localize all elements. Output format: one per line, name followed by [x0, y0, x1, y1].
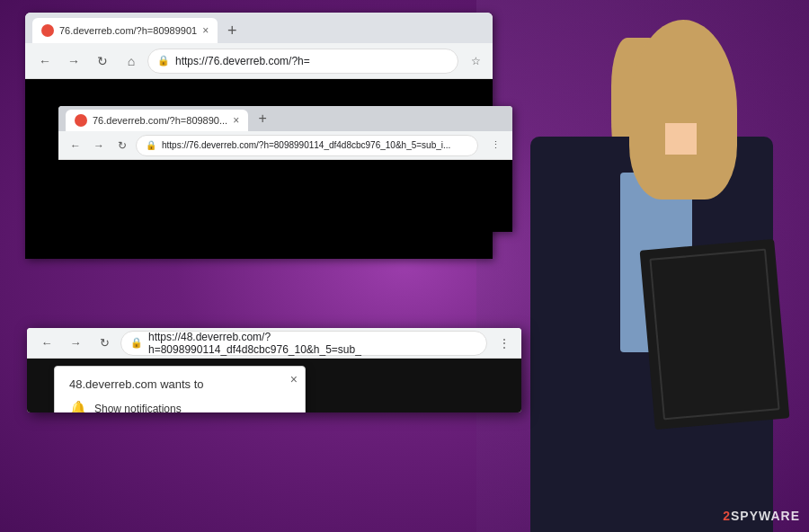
- watermark-number: 2: [723, 509, 731, 523]
- browser-tabs-bar-1: 76.deverreb.com/?h=80989901 × +: [25, 13, 493, 43]
- refresh-button-1[interactable]: ↻: [90, 49, 115, 74]
- address-text-3: https://48.deverreb.com/?h=8098990114_df…: [148, 331, 477, 356]
- tab-new-btn-1[interactable]: +: [219, 18, 244, 43]
- browser-tabs-bar-2: 76.deverreb.com/?h=809890... × +: [58, 106, 512, 131]
- address-bar-1[interactable]: 🔒 https://76.deverreb.com/?h=: [147, 49, 458, 74]
- menu-icon-2[interactable]: ⋮: [485, 136, 505, 155]
- refresh-button-3[interactable]: ↻: [92, 331, 117, 356]
- bell-icon: 🔔: [69, 400, 87, 412]
- woman-photo-area: [476, 0, 809, 532]
- dialog-notification-row: 🔔 Show notifications: [69, 400, 290, 412]
- forward-button-3[interactable]: →: [63, 331, 88, 356]
- browser-window-2: 76.deverreb.com/?h=809890... × + ← → ↻ 🔒…: [58, 106, 512, 232]
- figure-hair: [629, 20, 737, 200]
- favicon-1: [41, 24, 54, 37]
- browser-toolbar-1: ← → ↻ ⌂ 🔒 https://76.deverreb.com/?h= ☆: [25, 43, 493, 79]
- browser-window-3: ← → ↻ 🔒 https://48.deverreb.com/?h=80989…: [27, 328, 521, 412]
- figure-body: [503, 20, 800, 532]
- toolbar-icons-1: ☆: [466, 51, 485, 71]
- toolbar-icons-2: ⋮: [485, 136, 505, 155]
- address-bar-2[interactable]: 🔒 https://76.deverreb.com/?h=8098990114_…: [136, 135, 478, 156]
- home-button-1[interactable]: ⌂: [119, 49, 144, 74]
- video-area-partial: [58, 160, 512, 232]
- tab-close-1[interactable]: ×: [202, 24, 209, 37]
- browser-tab-2[interactable]: 76.deverreb.com/?h=809890... ×: [66, 110, 248, 131]
- forward-button-1[interactable]: →: [61, 49, 86, 74]
- bookmark-icon-1[interactable]: ☆: [466, 51, 485, 71]
- back-button-3[interactable]: ←: [34, 331, 59, 356]
- toolbar-icons-3: ⋮: [494, 333, 514, 353]
- notification-dialog: × 48.deverreb.com wants to 🔔 Show notifi…: [54, 366, 306, 412]
- address-text-1: https://76.deverreb.com/?h=: [175, 55, 310, 67]
- browser-toolbar-3: ← → ↻ 🔒 https://48.deverreb.com/?h=80989…: [27, 328, 521, 359]
- back-button-2[interactable]: ←: [66, 136, 85, 155]
- dialog-notification-text: Show notifications: [94, 403, 182, 413]
- tab-new-btn-2[interactable]: +: [250, 106, 275, 131]
- figure-neck: [665, 123, 697, 155]
- forward-button-2[interactable]: →: [89, 136, 109, 155]
- lock-icon-1: 🔒: [157, 55, 170, 66]
- lock-icon-3: 🔒: [130, 337, 143, 349]
- menu-icon-3[interactable]: ⋮: [494, 333, 514, 353]
- lock-icon-2: 🔒: [146, 140, 156, 150]
- address-text-2: https://76.deverreb.com/?h=8098990114_df…: [162, 140, 450, 150]
- address-bar-3[interactable]: 🔒 https://48.deverreb.com/?h=8098990114_…: [120, 331, 487, 356]
- watermark-text: SPYWARE: [731, 509, 800, 523]
- favicon-2: [75, 114, 87, 127]
- dialog-close-button[interactable]: ×: [290, 372, 298, 386]
- tab-close-2[interactable]: ×: [233, 114, 239, 127]
- refresh-button-2[interactable]: ↻: [112, 136, 132, 155]
- tab-title-1: 76.deverreb.com/?h=80989901: [59, 25, 197, 36]
- tab-title-2: 76.deverreb.com/?h=809890...: [93, 115, 227, 126]
- watermark: 2SPYWARE: [723, 509, 800, 523]
- browser-tab-1[interactable]: 76.deverreb.com/?h=80989901 ×: [32, 18, 218, 43]
- back-button-1[interactable]: ←: [32, 49, 58, 74]
- dialog-title: 48.deverreb.com wants to: [69, 377, 290, 391]
- browser-toolbar-2: ← → ↻ 🔒 https://76.deverreb.com/?h=80989…: [58, 131, 512, 160]
- figure-folder: [640, 239, 790, 430]
